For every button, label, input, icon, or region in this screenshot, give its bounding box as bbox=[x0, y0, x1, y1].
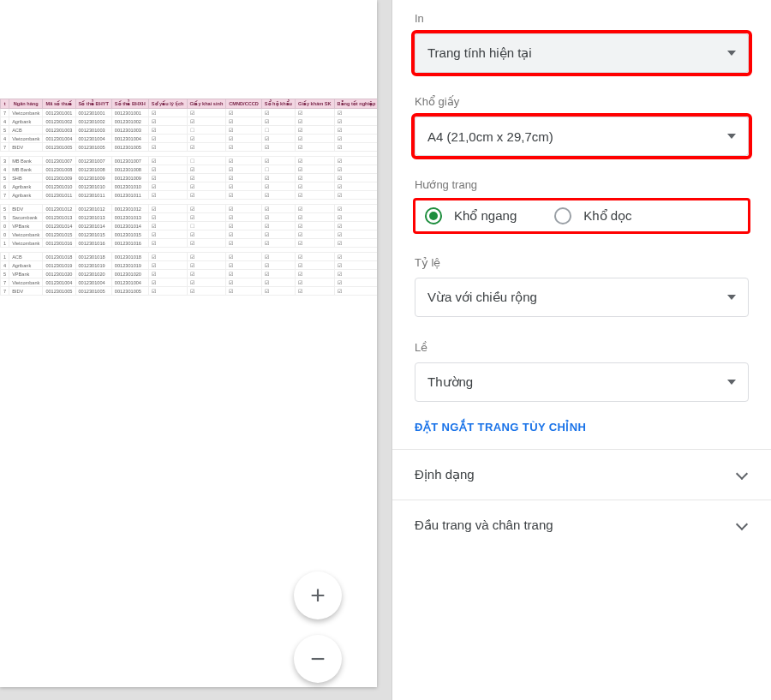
caret-down-icon bbox=[727, 295, 736, 300]
zoom-out-button[interactable]: − bbox=[294, 635, 342, 683]
scale-value: Vừa với chiều rộng bbox=[427, 290, 537, 305]
caret-down-icon bbox=[727, 51, 736, 56]
paper-size-select[interactable]: A4 (21,0cm x 29,7cm) bbox=[415, 117, 749, 156]
margins-select[interactable]: Thường bbox=[415, 362, 749, 402]
caret-down-icon bbox=[727, 380, 736, 385]
orientation-radio-group: Khổ ngang Khổ dọc bbox=[415, 200, 749, 232]
format-section-toggle[interactable]: Định dạng bbox=[415, 467, 749, 482]
scale-select[interactable]: Vừa với chiều rộng bbox=[415, 278, 749, 317]
orientation-landscape-radio[interactable]: Khổ ngang bbox=[425, 207, 517, 224]
margins-value: Thường bbox=[427, 374, 473, 390]
paper-size-value: A4 (21,0cm x 29,7cm) bbox=[427, 129, 553, 144]
print-scope-select[interactable]: Trang tính hiện tại bbox=[415, 33, 749, 73]
chevron-down-icon bbox=[735, 518, 749, 532]
print-preview-pane: tNgân hàngMã số thuếSố thẻ BHYTSố thẻ BH… bbox=[0, 0, 392, 700]
orientation-label: Hướng trang bbox=[415, 178, 749, 191]
radio-unselected-icon bbox=[554, 207, 571, 224]
headers-footers-section-toggle[interactable]: Đầu trang và chân trang bbox=[415, 518, 749, 533]
zoom-in-button[interactable]: + bbox=[294, 571, 342, 619]
margins-label: Lề bbox=[415, 341, 749, 354]
caret-down-icon bbox=[727, 134, 736, 139]
chevron-down-icon bbox=[735, 468, 749, 482]
print-settings-panel: In Trang tính hiện tại Khổ giấy A4 (21,0… bbox=[392, 0, 771, 700]
preview-spreadsheet: tNgân hàngMã số thuếSố thẻ BHYTSố thẻ BH… bbox=[0, 99, 377, 296]
paper-size-label: Khổ giấy bbox=[415, 95, 749, 108]
scale-label: Tỷ lệ bbox=[415, 256, 749, 269]
print-scope-value: Trang tính hiện tại bbox=[427, 45, 532, 61]
radio-selected-icon bbox=[425, 207, 442, 224]
orientation-portrait-radio[interactable]: Khổ dọc bbox=[554, 207, 631, 224]
print-scope-label: In bbox=[415, 12, 749, 25]
custom-page-breaks-link[interactable]: ĐẶT NGẮT TRANG TÙY CHỈNH bbox=[415, 402, 586, 449]
